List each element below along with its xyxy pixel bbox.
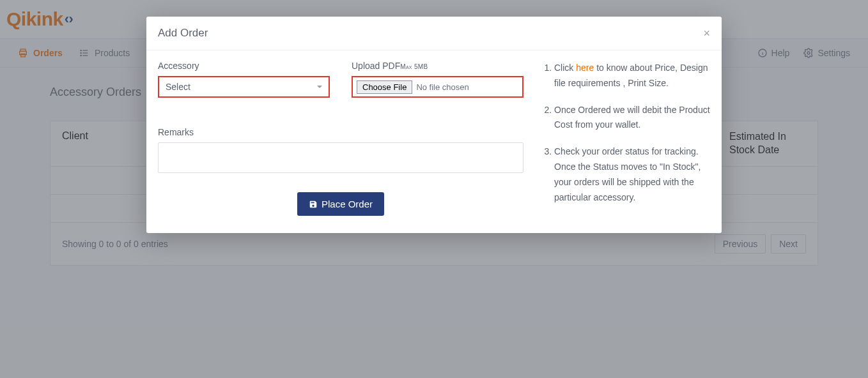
- modal-close-button[interactable]: ×: [703, 27, 710, 39]
- add-order-modal: Add Order × Accessory Select: [146, 17, 722, 233]
- accessory-select-value: Select: [166, 82, 190, 92]
- info-item-1: Click here to know about Price, Design f…: [554, 61, 710, 91]
- upload-label: Upload PDFMax 5MB: [352, 61, 523, 71]
- modal-body: Accessory Select Upload PDFMax 5MB Choos…: [146, 50, 722, 233]
- form-row-top: Accessory Select Upload PDFMax 5MB Choos…: [158, 61, 523, 98]
- info-1a: Click: [554, 63, 576, 73]
- place-order-label: Place Order: [322, 199, 373, 209]
- modal-header: Add Order ×: [146, 17, 722, 50]
- chevron-down-icon: [317, 86, 322, 88]
- file-input-wrap: Choose File No file chosen: [352, 76, 523, 98]
- form-area: Accessory Select Upload PDFMax 5MB Choos…: [158, 61, 523, 216]
- upload-label-text: Upload PDF: [352, 61, 400, 71]
- info-here-link[interactable]: here: [576, 63, 594, 73]
- accessory-group: Accessory Select: [158, 61, 330, 98]
- remarks-label: Remarks: [158, 127, 523, 137]
- upload-hint: Max 5MB: [400, 63, 428, 70]
- place-order-button[interactable]: Place Order: [297, 192, 384, 216]
- info-item-2: Once Ordered we will debit the Product C…: [554, 103, 710, 133]
- info-item-3: Check your order status for tracking. On…: [554, 144, 710, 205]
- upload-group: Upload PDFMax 5MB Choose File No file ch…: [352, 61, 523, 98]
- info-list: Click here to know about Price, Design f…: [543, 61, 710, 216]
- accessory-select[interactable]: Select: [158, 76, 330, 98]
- choose-file-button[interactable]: Choose File: [357, 80, 412, 94]
- modal-title: Add Order: [158, 27, 208, 40]
- save-icon: [309, 200, 318, 209]
- submit-row: Place Order: [158, 192, 523, 216]
- close-icon: ×: [703, 27, 710, 40]
- modal-overlay[interactable]: Add Order × Accessory Select: [0, 0, 868, 378]
- remarks-input[interactable]: [158, 142, 523, 173]
- file-status: No file chosen: [416, 82, 469, 92]
- accessory-label: Accessory: [158, 61, 330, 71]
